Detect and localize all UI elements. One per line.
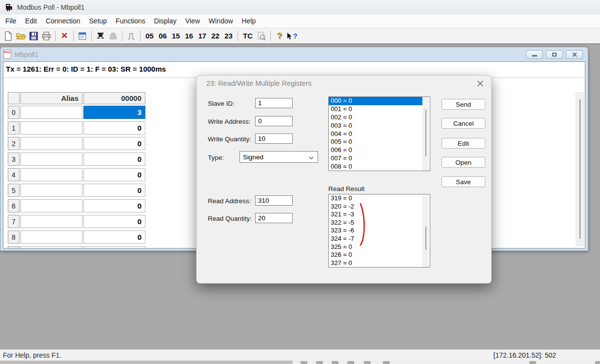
cancel-button[interactable]: Cancel xyxy=(441,118,485,129)
list-item[interactable]: 006 = 0 xyxy=(329,146,430,154)
list-item[interactable]: 327 = 0 xyxy=(329,259,430,268)
alias-cell[interactable] xyxy=(20,153,82,166)
open-button[interactable]: Open xyxy=(441,157,485,168)
menu-item[interactable]: Help xyxy=(238,15,260,28)
list-item[interactable]: 321 = -3 xyxy=(329,211,430,219)
slave-id-label: Slave ID: xyxy=(208,100,235,107)
edit-button[interactable]: Edit xyxy=(441,138,485,149)
read-result-listbox[interactable]: 319 = 0320 = -2321 = -3322 = -5323 = -63… xyxy=(328,194,430,268)
value-column-header[interactable]: 00000 xyxy=(83,92,145,104)
write-values-listbox[interactable]: 000 = 0001 = 0002 = 0003 = 0004 = 0005 =… xyxy=(328,96,430,171)
row-header[interactable]: 5 xyxy=(8,184,20,197)
menu-item[interactable]: Window xyxy=(204,15,238,28)
function-05-button[interactable]: 05 xyxy=(143,32,156,40)
delete-icon[interactable]: ✕ xyxy=(58,30,71,42)
alias-cell[interactable] xyxy=(20,215,82,228)
function-16-button[interactable]: 16 xyxy=(182,32,196,40)
value-cell[interactable]: 0 xyxy=(83,153,145,166)
communication-icon[interactable] xyxy=(107,30,120,42)
zoom-document-icon[interactable] xyxy=(255,30,268,42)
row-header[interactable]: 6 xyxy=(8,199,20,212)
alias-cell[interactable] xyxy=(20,230,82,244)
function-17-button[interactable]: 17 xyxy=(196,32,209,40)
alias-cell[interactable] xyxy=(20,137,82,150)
write-address-field[interactable] xyxy=(255,116,293,126)
list-item[interactable]: 002 = 0 xyxy=(329,114,430,122)
menu-item[interactable]: Setup xyxy=(85,15,112,28)
function-22-button[interactable]: 22 xyxy=(209,32,222,40)
type-dropdown[interactable]: Signed xyxy=(240,151,318,163)
list-item[interactable]: 323 = -6 xyxy=(329,227,430,235)
read-quantity-field[interactable] xyxy=(255,213,293,223)
value-cell[interactable]: 0 xyxy=(83,199,145,212)
display-setup-icon[interactable] xyxy=(76,30,89,42)
alias-cell[interactable] xyxy=(20,121,82,134)
function-06-button[interactable]: 06 xyxy=(156,32,169,40)
menu-item[interactable]: Edit xyxy=(21,15,41,28)
value-cell[interactable]: 0 xyxy=(83,121,145,134)
list-item[interactable]: 001 = 0 xyxy=(329,105,430,114)
list-item[interactable]: 322 = -5 xyxy=(329,219,430,227)
write-list-scrollbar[interactable] xyxy=(422,97,429,171)
row-header[interactable]: 2 xyxy=(8,137,20,150)
function-15-button[interactable]: 15 xyxy=(169,32,182,40)
list-item[interactable]: 319 = 0 xyxy=(329,194,430,203)
row-header[interactable]: 4 xyxy=(8,168,20,181)
value-cell[interactable]: 0 xyxy=(83,168,145,181)
list-item[interactable]: 004 = 0 xyxy=(329,130,430,138)
value-cell[interactable]: 0 xyxy=(83,184,145,197)
alias-cell[interactable] xyxy=(20,184,82,197)
value-cell[interactable]: 0 xyxy=(83,137,145,150)
open-folder-icon[interactable] xyxy=(15,30,27,42)
grid-vertical-scrollbar[interactable] xyxy=(576,92,584,246)
pulse-icon[interactable] xyxy=(125,30,138,42)
test-center-button[interactable]: TC xyxy=(240,32,255,40)
read-list-scrollbar[interactable] xyxy=(422,194,429,267)
slave-id-field[interactable] xyxy=(255,98,293,108)
list-item[interactable]: 000 = 0 xyxy=(329,97,423,105)
print-icon[interactable] xyxy=(40,30,53,42)
save-button[interactable]: Save xyxy=(441,176,485,187)
function-23-button[interactable]: 23 xyxy=(222,32,235,40)
value-cell[interactable]: 0 xyxy=(83,215,145,228)
close-button[interactable] xyxy=(566,50,583,59)
mbpoll1-title-bar[interactable]: DOC Mbpoll1 xyxy=(0,47,588,61)
new-document-icon[interactable] xyxy=(2,30,15,42)
row-header[interactable]: 7 xyxy=(8,215,20,228)
list-item[interactable]: 324 = -7 xyxy=(329,235,430,243)
list-item[interactable]: 007 = 0 xyxy=(329,154,430,163)
alias-column-header[interactable]: Alias xyxy=(20,92,82,104)
list-item[interactable]: 008 = 0 xyxy=(329,163,430,171)
menu-item[interactable]: Connection xyxy=(41,15,85,28)
help-icon[interactable]: ? xyxy=(273,30,286,42)
poll-definition-icon[interactable] xyxy=(94,30,107,42)
row-header[interactable]: 1 xyxy=(8,121,20,134)
alias-cell[interactable] xyxy=(20,106,82,119)
value-cell[interactable]: 3 xyxy=(83,106,145,119)
alias-cell[interactable] xyxy=(20,168,82,181)
alias-cell[interactable] xyxy=(20,199,82,212)
list-item[interactable]: 005 = 0 xyxy=(329,138,430,146)
row-header[interactable]: 3 xyxy=(8,153,20,166)
context-help-icon[interactable]: ? xyxy=(286,30,299,42)
dialog-close-icon[interactable] xyxy=(476,79,484,88)
send-button[interactable]: Send xyxy=(441,99,485,110)
list-item[interactable]: 320 = -2 xyxy=(329,203,430,211)
save-icon[interactable] xyxy=(27,30,40,42)
write-quantity-field[interactable] xyxy=(255,134,293,144)
read-address-field[interactable] xyxy=(255,195,293,206)
menu-item[interactable]: Display xyxy=(150,15,181,28)
dialog-title-bar[interactable]: 23: Read/Write Multiple Registers xyxy=(197,76,491,91)
list-item[interactable]: 003 = 0 xyxy=(329,122,430,130)
list-item[interactable]: 325 = 0 xyxy=(329,243,430,251)
list-item[interactable]: 326 = 0 xyxy=(329,251,430,259)
minimize-button[interactable] xyxy=(526,50,543,59)
menu-item[interactable]: View xyxy=(181,15,204,28)
restore-button[interactable] xyxy=(546,50,563,59)
row-header[interactable]: 8 xyxy=(8,230,20,244)
row-header[interactable]: 0 xyxy=(8,106,20,119)
value-cell[interactable]: 0 xyxy=(83,230,145,244)
menu-item[interactable]: File xyxy=(1,15,21,28)
scrollbar-thumb[interactable] xyxy=(580,99,580,239)
menu-item[interactable]: Functions xyxy=(111,15,150,28)
